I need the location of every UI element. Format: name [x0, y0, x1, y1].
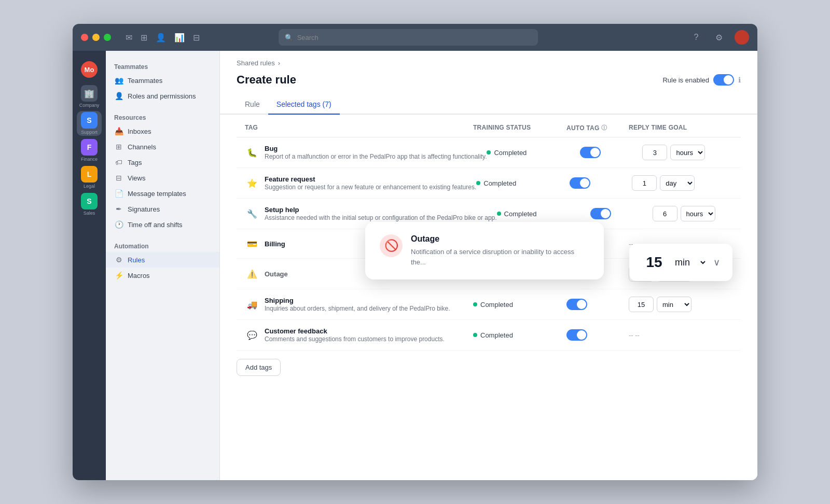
status-cell-feature: Completed — [476, 179, 570, 187]
auto-tag-toggle-feedback[interactable] — [566, 329, 587, 341]
tag-name-feature: Feature request — [265, 175, 476, 183]
table-row: ⭐ Feature request Suggestion or request … — [237, 168, 741, 199]
company-icon: 🏢 — [81, 85, 98, 102]
nav-item-views[interactable]: ⊟ Views — [106, 170, 219, 186]
bug-icon: 🐛 — [245, 145, 259, 160]
auto-tag-info-icon[interactable]: ⓘ — [601, 124, 607, 132]
status-cell-feedback: Completed — [473, 331, 566, 339]
reply-unit-shipping[interactable]: minhoursday — [657, 297, 691, 312]
time-off-icon: 🕐 — [114, 220, 123, 229]
auto-tag-cell-feature — [570, 177, 632, 189]
legal-icon: L — [81, 166, 98, 183]
col-tag: Tag — [245, 124, 473, 132]
layout-icon[interactable]: ⊟ — [193, 33, 200, 43]
help-icon[interactable]: ? — [689, 30, 703, 45]
sidebar-item-sales[interactable]: S Sales — [77, 192, 102, 217]
feature-icon: ⭐ — [245, 176, 259, 190]
popup-chevron-icon: ∨ — [713, 257, 720, 268]
auto-tag-toggle-feature[interactable] — [570, 177, 590, 189]
auto-tag-toggle-setup[interactable] — [590, 208, 611, 219]
status-cell-setup: Completed — [497, 210, 590, 218]
table-row: 🐛 Bug Report of a malfunction or error i… — [237, 137, 741, 168]
nav-item-signatures[interactable]: ✒ Signatures — [106, 201, 219, 217]
status-dot — [497, 212, 501, 216]
roles-icon: 👤 — [114, 92, 123, 100]
tags-label: Tags — [128, 159, 142, 166]
nav-item-inboxes[interactable]: 📥 Inboxes — [106, 123, 219, 139]
nav-item-message-templates[interactable]: 📄 Message templates — [106, 186, 219, 201]
sidebar-item-support[interactable]: S Support — [77, 111, 102, 136]
chart-icon[interactable]: 📊 — [174, 33, 185, 43]
search-bar[interactable]: 🔍 — [279, 29, 538, 46]
person-icon[interactable]: 👤 — [156, 33, 166, 43]
titlebar-right: ? ⚙ — [689, 30, 749, 45]
legal-label: Legal — [84, 184, 95, 189]
breadcrumb-parent[interactable]: Shared rules — [237, 59, 275, 67]
reply-unit-feature[interactable]: dayhoursmin — [660, 175, 695, 191]
tag-desc-shipping: Inquiries about orders, shipment, and de… — [265, 305, 450, 312]
macros-icon: ⚡ — [114, 271, 123, 279]
rule-enabled-toggle[interactable] — [713, 74, 734, 86]
user-avatar[interactable] — [735, 30, 749, 45]
nav-sidebar: Teammates 👥 Teammates 👤 Roles and permis… — [106, 51, 220, 480]
table-row: 💬 Customer feedback Comments and suggest… — [237, 320, 741, 351]
roles-label: Roles and permissions — [128, 92, 196, 100]
tag-cell-feature: ⭐ Feature request Suggestion or request … — [245, 175, 476, 191]
reply-goal-cell-bug: hoursminday — [642, 145, 746, 160]
tab-rule[interactable]: Rule — [237, 95, 268, 115]
main-layout: Mo 🏢 Company S Support F Finance L Legal… — [73, 51, 757, 480]
info-icon[interactable]: ℹ — [738, 76, 741, 84]
tag-desc-feedback: Comments and suggestions from customers … — [265, 335, 445, 343]
content-area: Shared rules › Create rule Rule is enabl… — [220, 51, 757, 480]
titlebar: ✉ ⊞ 👤 📊 ⊟ 🔍 ? ⚙ — [73, 24, 757, 51]
reply-value-setup[interactable] — [653, 206, 677, 221]
signatures-label: Signatures — [128, 205, 160, 213]
nav-item-time-off[interactable]: 🕐 Time off and shifts — [106, 217, 219, 232]
nav-item-teammates[interactable]: 👥 Teammates — [106, 73, 219, 88]
billing-icon: 💳 — [245, 236, 259, 251]
templates-icon: 📄 — [114, 189, 123, 198]
tag-name-outage: Outage — [265, 270, 288, 278]
traffic-lights — [81, 34, 111, 41]
close-button[interactable] — [81, 34, 88, 41]
popup-unit-select[interactable]: min hours day — [673, 257, 707, 268]
reply-value-bug[interactable] — [642, 145, 667, 160]
sidebar-item-company[interactable]: 🏢 Company — [77, 84, 102, 109]
reply-value-feature[interactable] — [632, 175, 657, 191]
add-tags-button[interactable]: Add tags — [237, 359, 281, 376]
settings-icon[interactable]: ⚙ — [712, 30, 726, 45]
status-cell-bug: Completed — [487, 149, 580, 157]
sidebar-item-legal[interactable]: L Legal — [77, 165, 102, 190]
maximize-button[interactable] — [104, 34, 111, 41]
reply-unit-bug[interactable]: hoursminday — [670, 145, 705, 160]
message-templates-label: Message templates — [128, 190, 186, 198]
app-window: ✉ ⊞ 👤 📊 ⊟ 🔍 ? ⚙ Mo 🏢 Company — [73, 24, 757, 480]
status-dot — [473, 333, 477, 337]
tag-desc-bug: Report of a malfunction or error in the … — [265, 153, 487, 160]
auto-tag-cell-feedback — [566, 329, 629, 341]
col-reply-goal: Reply time goal — [629, 124, 732, 132]
nav-item-rules[interactable]: ⚙ Rules — [106, 252, 219, 268]
search-input[interactable] — [297, 34, 532, 41]
minimize-button[interactable] — [92, 34, 100, 41]
sidebar-item-finance[interactable]: F Finance — [77, 138, 102, 163]
sidebar-item-mo[interactable]: Mo — [77, 57, 102, 82]
auto-tag-toggle-shipping[interactable] — [566, 299, 587, 310]
nav-item-channels[interactable]: ⊞ Channels — [106, 139, 219, 155]
setup-icon: 🔧 — [245, 206, 259, 221]
nav-item-tags[interactable]: 🏷 Tags — [106, 155, 219, 170]
reply-value-shipping[interactable] — [629, 297, 654, 312]
feedback-icon: 💬 — [245, 328, 259, 342]
inbox-icon: 📥 — [114, 127, 123, 135]
page-header: Create rule Rule is enabled ℹ — [220, 67, 757, 95]
mail-icon[interactable]: ✉ — [126, 33, 132, 43]
nav-item-macros[interactable]: ⚡ Macros — [106, 268, 219, 283]
tab-selected-tags[interactable]: Selected tags (7) — [268, 95, 340, 115]
auto-tag-cell-bug — [580, 147, 642, 158]
nav-item-roles[interactable]: 👤 Roles and permissions — [106, 88, 219, 104]
time-off-label: Time off and shifts — [128, 221, 183, 229]
support-icon: S — [81, 112, 98, 129]
grid-icon[interactable]: ⊞ — [141, 33, 147, 43]
auto-tag-toggle-bug[interactable] — [580, 147, 601, 158]
reply-unit-setup[interactable]: hoursminday — [681, 206, 715, 221]
